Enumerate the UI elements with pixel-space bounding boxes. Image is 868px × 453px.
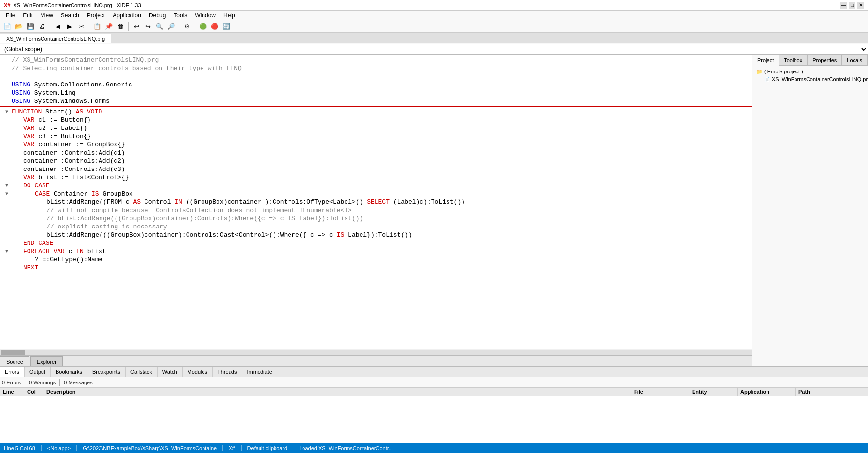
code-line: ▼DO CASE: [0, 182, 752, 190]
fold-indicator[interactable]: ▼: [2, 190, 12, 198]
token: VAR: [23, 141, 34, 148]
toolbar-btn-find[interactable]: 🔍: [154, 21, 165, 32]
menu-item-help[interactable]: Help: [219, 11, 239, 20]
menu-item-window[interactable]: Window: [191, 11, 219, 20]
menu-item-debug[interactable]: Debug: [145, 11, 170, 20]
right-tab-properties[interactable]: Properties: [808, 55, 842, 66]
fold-indicator: [2, 97, 12, 105]
source-tab-source[interactable]: Source: [0, 356, 29, 366]
toolbar-btn-redo[interactable]: ↪: [143, 21, 153, 32]
debug-tab-bookmarks[interactable]: Bookmarks: [51, 367, 87, 377]
fold-indicator[interactable]: ▼: [2, 182, 12, 190]
toolbar-btn-new[interactable]: 📄: [2, 21, 13, 32]
menu-item-project[interactable]: Project: [83, 11, 109, 20]
right-tab-project[interactable]: Project: [752, 55, 779, 66]
token: c1 := Button{}: [34, 116, 91, 124]
debug-tab-threads[interactable]: Threads: [213, 367, 242, 377]
toolbar-btn-forward[interactable]: ▶: [64, 21, 75, 32]
toolbar-btn-copy[interactable]: 📋: [92, 21, 102, 32]
line-content: // Selecting container controls based on…: [12, 64, 752, 72]
right-tab-locals[interactable]: Locals: [842, 55, 868, 66]
toolbar-btn-print[interactable]: 🖨: [37, 21, 47, 32]
code-line: // explicit casting is necessary: [0, 223, 752, 231]
toolbar-btn-replace[interactable]: 🔎: [166, 21, 176, 32]
toolbar-btn-paste[interactable]: 📌: [103, 21, 114, 32]
sep2: [59, 379, 60, 386]
toolbar-btn-run[interactable]: 🟢: [198, 21, 208, 32]
debug-tab-output[interactable]: Output: [25, 367, 51, 377]
scope-bar: (Global scope): [0, 43, 868, 55]
token: // Selecting container controls based on…: [12, 65, 242, 72]
toolbar-btn-back[interactable]: ◀: [53, 21, 63, 32]
toolbar-btn-cut[interactable]: ✂: [76, 21, 87, 32]
line-content: VAR c1 := Button{}: [12, 116, 752, 124]
line-content: FOREACH VAR c IN bList: [12, 247, 752, 255]
fold-indicator[interactable]: ▼: [2, 108, 12, 116]
scope-select[interactable]: (Global scope): [0, 44, 868, 55]
token: c3 := Button{}: [34, 133, 91, 140]
debug-tab-immediate[interactable]: Immediate: [242, 367, 277, 377]
toolbar-btn-save[interactable]: 💾: [25, 21, 36, 32]
toolbar-btn-undo[interactable]: ↩: [131, 21, 142, 32]
code-editor[interactable]: // XS_WinFormsContainerControlsLINQ.prg/…: [0, 55, 752, 349]
debug-tab-callstack[interactable]: Callstack: [126, 367, 158, 377]
line-content: // explicit casting is necessary: [12, 223, 752, 231]
source-tab-explorer[interactable]: Explorer: [30, 356, 63, 366]
code-line: // bList:AddRange(((GroupBox)container):…: [0, 214, 752, 223]
toolbar-sep-14: [179, 22, 179, 31]
toolbar-btn-delete[interactable]: 🗑: [115, 21, 126, 32]
menu-item-search[interactable]: Search: [57, 11, 83, 20]
toolbar-btn-stop[interactable]: 🔴: [209, 21, 220, 32]
toolbar: 📄📂💾🖨◀▶✂📋📌🗑↩↪🔍🔎⚙🟢🔴🔄: [0, 20, 868, 33]
debug-col-description: Description: [43, 388, 631, 396]
line-content: CASE Container IS GroupBox: [12, 190, 752, 198]
error-count: 0 Errors: [2, 380, 21, 385]
tree-item[interactable]: 📁( Empty project ): [754, 68, 866, 75]
fold-indicator: [2, 214, 12, 223]
right-tab-toolbox[interactable]: Toolbox: [779, 55, 808, 66]
token: // will not compile because ControlsColl…: [46, 207, 352, 214]
toolbar-btn-settings[interactable]: ⚙: [182, 21, 192, 32]
token: USING: [12, 98, 30, 105]
debug-tab-watch[interactable]: Watch: [158, 367, 183, 377]
horizontal-scrollbar[interactable]: [0, 349, 752, 355]
status-position: Line 5 Col 68: [4, 445, 35, 451]
menu-item-file[interactable]: File: [2, 11, 19, 20]
token: CASE: [35, 190, 50, 198]
token: VAR: [23, 116, 34, 124]
code-line: bList:AddRange((FROM c AS Control IN ((G…: [0, 198, 752, 206]
fold-indicator: [2, 141, 12, 149]
token: VAR: [53, 248, 64, 255]
window-controls[interactable]: — □ ✕: [840, 2, 864, 9]
fold-indicator[interactable]: ▼: [2, 247, 12, 255]
scroll-thumb[interactable]: [1, 350, 25, 355]
debug-tab-breakpoints[interactable]: Breakpoints: [87, 367, 126, 377]
close-button[interactable]: ✕: [857, 2, 864, 9]
token: USING: [12, 89, 30, 97]
toolbar-btn-refresh[interactable]: 🔄: [221, 21, 231, 32]
code-line: USING System.Windows.Forms: [0, 97, 752, 105]
maximize-button[interactable]: □: [849, 2, 855, 9]
minimize-button[interactable]: —: [840, 2, 847, 9]
code-line: ▼FUNCTION Start() AS VOID: [0, 108, 752, 116]
status-sep2: [76, 445, 77, 451]
menu-item-tools[interactable]: Tools: [170, 11, 191, 20]
app-icon: X#: [4, 2, 10, 8]
fold-indicator: [2, 173, 12, 182]
debug-tab-errors[interactable]: Errors: [0, 367, 25, 377]
code-line: VAR container := GroupBox{}: [0, 141, 752, 149]
menu-item-view[interactable]: View: [37, 11, 57, 20]
status-sep3: [222, 445, 223, 451]
warning-count: 0 Warnings: [29, 380, 56, 385]
token: FOREACH: [23, 248, 50, 255]
tree-item[interactable]: 📄XS_WinFormsContainerControlsLINQ.prg: [754, 75, 866, 83]
toolbar-sep-15: [195, 22, 195, 31]
token: ((GroupBox)container ):Controls:OfType<L…: [182, 198, 367, 206]
menu-item-edit[interactable]: Edit: [19, 11, 37, 20]
toolbar-btn-open[interactable]: 📂: [14, 21, 24, 32]
status-bar: Line 5 Col 68 <No app> G:\2023\NBExample…: [0, 443, 868, 453]
debug-tab-modules[interactable]: Modules: [183, 367, 213, 377]
tree-label: XS_WinFormsContainerControlsLINQ.prg: [772, 76, 868, 82]
menu-item-application[interactable]: Application: [109, 11, 145, 20]
file-tab-active[interactable]: XS_WinFormsContainerControlsLINQ.prg: [0, 34, 111, 43]
